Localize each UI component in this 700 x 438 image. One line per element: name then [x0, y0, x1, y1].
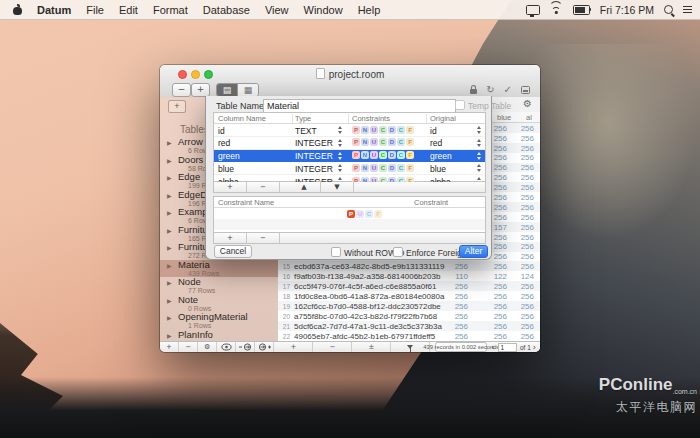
disclosure-icon[interactable]: ▶ [167, 244, 172, 251]
spotlight-icon[interactable] [664, 5, 673, 14]
remove-column-button[interactable]: − [247, 182, 280, 192]
table-row[interactable]: 19 162cf6cc-b7d0-4588-bf12-ddc230572dbe … [278, 301, 540, 311]
foreign-key-constraint-icon[interactable]: F [406, 164, 414, 172]
remove-constraint-button[interactable]: − [247, 233, 280, 243]
cell-id[interactable]: 162cf6cc-b7d0-4588-bf12-ddc230572dbe [294, 302, 441, 311]
type-stepper-icon[interactable] [336, 152, 343, 160]
not-null-constraint-icon[interactable]: N [361, 164, 369, 172]
cell-blue[interactable]: 256 [504, 183, 534, 192]
constraint-row[interactable]: P U C F [214, 208, 485, 219]
check-constraint-icon[interactable]: C [379, 151, 387, 159]
cell-blue[interactable]: 256 [504, 193, 534, 202]
cell-id[interactable]: f9afb03b-f138-49a2-a358-6814006b203b [294, 272, 440, 281]
app-menu[interactable]: Datum [37, 4, 71, 16]
type-stepper-icon[interactable] [336, 164, 343, 172]
table-options-gear-icon[interactable]: ⚙ [523, 98, 532, 109]
next-page-icon[interactable]: › [533, 343, 536, 352]
cell-blue[interactable]: 256 [504, 332, 534, 341]
cell-red[interactable]: 256 [438, 332, 468, 341]
cell-id[interactable]: 1fd0c8ea-0bd6-41a8-872a-e80184e0080a [294, 292, 444, 301]
not-null-constraint-icon[interactable]: N [361, 151, 369, 159]
table-row[interactable]: 20 a755f8bc-07d0-42c3-b82d-f79f22fb7b68 … [278, 311, 540, 321]
lock-icon[interactable] [470, 89, 477, 94]
foreign-key-constraint-icon[interactable]: F [406, 138, 414, 146]
cell-blue[interactable]: 124 [504, 272, 534, 281]
menu-edit[interactable]: Edit [119, 4, 138, 16]
check-table-constraint-icon[interactable]: C [365, 210, 373, 218]
cell-green[interactable]: 256 [477, 262, 507, 271]
disclosure-icon[interactable]: ▶ [167, 279, 172, 286]
collate-constraint-icon[interactable]: C [397, 164, 405, 172]
cell-blue[interactable]: 256 [504, 134, 534, 143]
insert-record-icon[interactable]: + [274, 342, 313, 352]
menu-help[interactable]: Help [358, 4, 381, 16]
foreign-key-constraint-icon[interactable]: F [406, 151, 414, 159]
column-type-cell[interactable]: TEXT [295, 126, 317, 136]
pop-out-record-icon[interactable] [255, 342, 274, 352]
cell-blue[interactable]: 256 [504, 233, 534, 242]
move-column-up-button[interactable]: ▲ [288, 182, 321, 192]
sheet-column-row[interactable]: id TEXT P N U C D C F [214, 124, 485, 137]
cell-red[interactable]: 256 [438, 292, 468, 301]
cell-blue[interactable]: 256 [504, 282, 534, 291]
sidebar-add-button[interactable]: + [168, 100, 186, 113]
menu-window[interactable]: Window [304, 4, 343, 16]
duplicate-record-icon[interactable]: ± [352, 342, 391, 352]
sheet-column-row[interactable]: red INTEGER P N U C D C F [214, 137, 485, 150]
unique-constraint-icon[interactable]: U [370, 151, 378, 159]
delete-record-icon[interactable]: − [313, 342, 352, 352]
column-name-cell[interactable]: red [218, 138, 230, 148]
cell-green[interactable]: 256 [477, 312, 507, 321]
default-constraint-icon[interactable]: D [388, 164, 396, 172]
primary-key-constraint-icon[interactable]: P [352, 151, 360, 159]
cell-blue[interactable]: 256 [504, 292, 534, 301]
cell-blue[interactable]: 256 [504, 262, 534, 271]
battery-icon[interactable] [573, 5, 590, 15]
not-null-constraint-icon[interactable]: N [361, 138, 369, 146]
menu-database[interactable]: Database [203, 4, 250, 16]
eye-icon[interactable] [217, 342, 236, 352]
cell-blue[interactable]: 256 [504, 223, 534, 232]
remove-row-icon[interactable]: − [179, 342, 198, 352]
pop-in-record-icon[interactable] [236, 342, 255, 352]
cell-green[interactable]: 256 [477, 282, 507, 291]
cell-green[interactable]: 256 [477, 332, 507, 341]
collate-constraint-icon[interactable]: C [397, 151, 405, 159]
cell-blue[interactable]: 256 [504, 153, 534, 162]
content-view-segment[interactable]: ▤ [217, 84, 237, 96]
default-constraint-icon[interactable]: D [388, 138, 396, 146]
sidebar-table-item[interactable]: ▶ Note 0 Rows [160, 295, 278, 313]
column-header-blue[interactable]: blue [497, 113, 511, 122]
cell-green[interactable]: 256 [477, 322, 507, 331]
primary-key-constraint-icon[interactable]: P [352, 126, 360, 134]
settings-gear-icon[interactable]: ⚙ [198, 342, 217, 352]
check-constraint-icon[interactable]: C [379, 126, 387, 134]
table-row[interactable]: 17 6cc5f479-076f-4c5f-a6ed-c6e8855a0f61 … [278, 281, 540, 291]
foreign-key-table-constraint-icon[interactable]: F [374, 210, 382, 218]
cell-blue[interactable]: 256 [504, 124, 534, 133]
column-type-cell[interactable]: INTEGER [295, 138, 333, 148]
cell-red[interactable]: 256 [438, 312, 468, 321]
column-type-cell[interactable]: INTEGER [295, 151, 333, 161]
cell-blue[interactable]: 256 [504, 163, 534, 172]
cell-green[interactable]: 256 [477, 302, 507, 311]
sheet-column-row[interactable]: green INTEGER P N U C D C F [214, 150, 485, 163]
primary-key-constraint-icon[interactable]: P [352, 164, 360, 172]
table-row[interactable]: 21 5dcf6ca2-7d7d-47a1-9c11-de3c5c373b3a … [278, 321, 540, 331]
wifi-icon[interactable] [550, 5, 563, 15]
cell-blue[interactable]: 256 [504, 203, 534, 212]
column-name-cell[interactable]: blue [218, 164, 234, 174]
cell-blue[interactable]: 256 [504, 173, 534, 182]
cell-green[interactable]: 122 [477, 272, 507, 281]
original-stepper-icon[interactable] [475, 139, 482, 147]
add-column-button[interactable]: + [214, 182, 247, 192]
move-column-down-button[interactable]: ▼ [321, 182, 354, 192]
menu-clock[interactable]: Fri 7:16 PM [600, 4, 654, 16]
table-row[interactable]: 22 49065eb7-afdc-45b2-b1eb-67971ffdeff5 … [278, 331, 540, 341]
add-constraint-button[interactable]: + [214, 233, 247, 243]
menu-view[interactable]: View [265, 4, 289, 16]
type-stepper-icon[interactable] [336, 139, 343, 147]
original-stepper-icon[interactable] [475, 126, 482, 134]
display-icon[interactable] [526, 5, 540, 15]
column-header-alpha[interactable]: al [526, 113, 532, 122]
